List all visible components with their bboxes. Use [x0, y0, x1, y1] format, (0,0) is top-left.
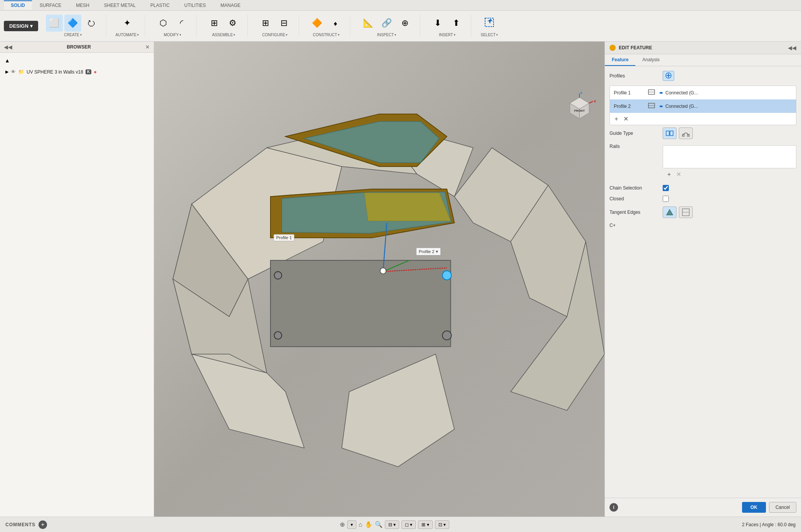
footer-buttons: OK Cancel: [742, 502, 796, 513]
browser-collapse-btn[interactable]: ◀◀: [4, 44, 12, 50]
edit-tab-feature[interactable]: Feature: [605, 54, 635, 66]
browser-item-record-icon[interactable]: ●: [94, 69, 97, 75]
insert-label[interactable]: INSERT ▾: [439, 33, 455, 37]
edit-panel-prev-btn[interactable]: ◀◀: [788, 45, 796, 51]
guide-type-btn1[interactable]: [663, 128, 677, 139]
orbit-dropdown[interactable]: ▾: [347, 520, 356, 529]
closed-checkbox[interactable]: [663, 196, 669, 202]
browser-item[interactable]: ▶ 👁 📁 UV SPHERE 3 in Walls v18 K ●: [3, 67, 151, 76]
tab-mesh[interactable]: MESH: [69, 0, 96, 10]
configure-table-btn[interactable]: ⊟: [275, 15, 292, 32]
profile1-row-label: Profile 1: [614, 90, 645, 96]
pan-btn[interactable]: ✋: [365, 521, 373, 528]
browser-expand-icon[interactable]: ▲: [5, 57, 10, 64]
select-btn[interactable]: [481, 15, 498, 32]
edit-panel-icon: [610, 45, 616, 51]
profiles-label: Profiles: [610, 73, 660, 79]
create-group-label[interactable]: CREATE ▾: [64, 33, 82, 37]
modify-fillet-btn[interactable]: ◜: [173, 15, 190, 32]
browser-item-expand[interactable]: ▶: [5, 69, 8, 74]
create-arrow: ▾: [80, 33, 82, 37]
profile2-row[interactable]: Profile 2 Connected (G...: [610, 99, 796, 113]
svg-marker-6: [191, 354, 304, 448]
tangent-btn2[interactable]: [679, 206, 693, 218]
svg-text:Z: Z: [580, 92, 583, 94]
comments-section: COMMENTS +: [5, 520, 47, 529]
browser-close-btn[interactable]: ✕: [145, 44, 150, 50]
svg-marker-7: [342, 354, 454, 467]
modify-press-btn[interactable]: ⬡: [154, 15, 171, 32]
profile1-row[interactable]: Profile 1 Connected (G...: [610, 86, 796, 99]
svg-point-24: [380, 268, 386, 274]
tab-solid[interactable]: SOLID: [4, 0, 32, 10]
assemble-label[interactable]: ASSEMBLE ▾: [212, 33, 235, 37]
create-extrude-btn[interactable]: 🔷: [64, 15, 81, 32]
profiles-remove-btn[interactable]: ✕: [622, 114, 630, 123]
construct-axis-btn[interactable]: ⬧: [327, 15, 344, 32]
construct-label[interactable]: CONSTRUCT ▾: [313, 33, 339, 37]
add-comment-btn[interactable]: +: [39, 520, 47, 529]
profiles-select-btn[interactable]: [663, 71, 674, 81]
orientation-cube[interactable]: FRONT Z X: [562, 92, 597, 126]
toolbar-group-modify: ⬡ ◜ MODIFY ▾: [154, 15, 196, 37]
profiles-add-btn[interactable]: +: [613, 114, 620, 123]
insert-icons: ⬇ ⬆: [429, 15, 465, 32]
inspect-measure-btn[interactable]: 📐: [359, 15, 376, 32]
edit-panel-nav: ◀◀: [788, 45, 796, 51]
chain-selection-label: Chain Selection: [610, 185, 660, 191]
viewport[interactable]: Profile 1 Profile 2 ▾ FRONT Z: [154, 42, 605, 517]
assemble-joint-btn[interactable]: ⚙: [224, 15, 241, 32]
cancel-button[interactable]: Cancel: [769, 502, 796, 513]
tab-sheet-metal[interactable]: SHEET METAL: [97, 0, 143, 10]
inspect-label[interactable]: INSPECT ▾: [377, 33, 396, 37]
grid-dropdown[interactable]: ⊞ ▾: [418, 520, 432, 529]
insert-btn[interactable]: ⬇: [429, 15, 446, 32]
profile2-dropdown-arrow[interactable]: ▾: [436, 249, 438, 254]
modify-label[interactable]: MODIFY ▾: [164, 33, 181, 37]
extra-row: C+: [610, 223, 796, 228]
construct-plane-btn[interactable]: 🔶: [308, 15, 325, 32]
zoom-btn[interactable]: 🔍: [375, 521, 383, 528]
bottom-viewport-tools: ⊕ ▾ ⌂ ✋ 🔍 ⊟ ▾ ◻ ▾ ⊞ ▾ ⊡ ▾: [340, 520, 449, 529]
guide-type-btn2[interactable]: [679, 128, 693, 139]
tab-utilities[interactable]: UTILITIES: [177, 0, 213, 10]
tangent-btn1[interactable]: [663, 206, 677, 218]
design-dropdown[interactable]: DESIGN ▾: [4, 21, 38, 31]
inspect-link-btn[interactable]: 🔗: [378, 15, 395, 32]
browser-item-file-icon: 📁: [18, 69, 24, 75]
tab-plastic[interactable]: PLASTIC: [143, 0, 176, 10]
home-btn[interactable]: ⌂: [359, 521, 363, 528]
ok-button[interactable]: OK: [742, 502, 766, 513]
edit-tab-analysis[interactable]: Analysis: [635, 54, 667, 66]
configure-btn[interactable]: ⊞: [257, 15, 274, 32]
create-icons: ⬜ 🔷 ⭮: [46, 15, 100, 32]
rails-control: + ✕: [663, 144, 796, 180]
browser-item-eye-icon[interactable]: 👁: [11, 69, 16, 75]
configure-arrow: ▾: [286, 33, 287, 37]
toolbar-group-configure: ⊞ ⊟ CONFIGURE ▾: [257, 15, 299, 37]
box-icon: ⬜: [49, 19, 59, 27]
zoom-dropdown[interactable]: ⊟ ▾: [385, 520, 399, 529]
display-dropdown[interactable]: ◻ ▾: [401, 520, 416, 529]
toolbar-group-inspect: 📐 🔗 ⊕ INSPECT ▾: [359, 15, 420, 37]
inspect-add-btn[interactable]: ⊕: [396, 15, 413, 32]
assemble-new-btn[interactable]: ⊞: [206, 15, 223, 32]
comments-label: COMMENTS: [5, 522, 35, 527]
automate-btn[interactable]: ✦: [119, 15, 136, 32]
rails-add-btn[interactable]: +: [666, 170, 672, 179]
create-revolve-btn[interactable]: ⭮: [83, 15, 100, 32]
assemble-arrow: ▾: [233, 33, 235, 37]
tab-surface[interactable]: SURFACE: [33, 0, 69, 10]
insert-extra-btn[interactable]: ⬆: [448, 15, 465, 32]
browser-panel: ◀◀ BROWSER ✕ ▲ ▶ 👁 📁 UV SPHERE 3 in Wall…: [0, 42, 154, 517]
configure-label[interactable]: CONFIGURE ▾: [262, 33, 287, 37]
view-dropdown[interactable]: ⊡ ▾: [435, 520, 449, 529]
select-label[interactable]: SELECT ▾: [480, 33, 498, 37]
rails-remove-btn[interactable]: ✕: [675, 170, 683, 179]
create-box-btn[interactable]: ⬜: [46, 15, 63, 32]
tab-manage[interactable]: MANAGE: [213, 0, 247, 10]
orbit-btn[interactable]: ⊕: [340, 521, 345, 528]
configure-icon: ⊞: [262, 19, 269, 27]
chain-selection-checkbox[interactable]: [663, 185, 669, 191]
automate-label[interactable]: AUTOMATE ▾: [116, 33, 139, 37]
